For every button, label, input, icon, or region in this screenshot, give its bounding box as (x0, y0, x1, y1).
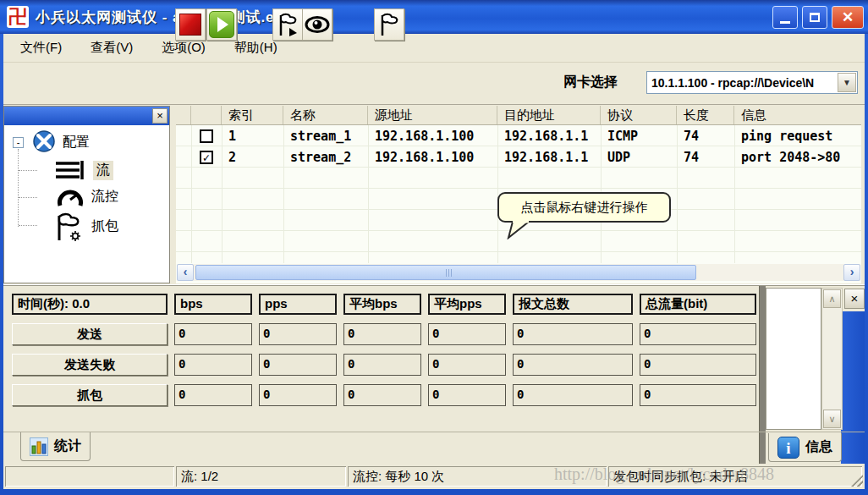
stats-header-row: 时间(秒): 0.0 bps pps 平均bps 平均pps 报文总数 总流量(… (12, 294, 756, 315)
cell-dst: 192.168.1.1 (497, 150, 601, 165)
stat-value: 0 (428, 384, 506, 406)
tab-statistics[interactable]: 统计 (20, 432, 91, 461)
start-capture-button[interactable] (272, 8, 303, 41)
menu-file[interactable]: 文件(F) (8, 36, 74, 59)
eye-icon (305, 15, 330, 34)
cell-len: 74 (677, 129, 734, 144)
play-icon (209, 11, 234, 38)
tab-info[interactable]: i 信息 (768, 433, 842, 462)
stat-value: 0 (174, 354, 252, 376)
stat-value: 0 (640, 384, 756, 406)
capture-flag-icon (377, 12, 401, 37)
stat-value: 0 (513, 384, 633, 406)
table-row[interactable]: 1 stream_1 192.168.1.100 192.168.1.1 ICM… (176, 125, 861, 146)
tree-item-stream[interactable]: 流 (93, 161, 113, 180)
start-button[interactable] (206, 8, 237, 41)
stat-value: 0 (640, 354, 756, 376)
cell-src: 192.168.1.100 (368, 150, 497, 165)
status-empty (5, 466, 174, 487)
stat-value: 0 (428, 354, 506, 376)
header-src[interactable]: 源地址 (368, 106, 497, 124)
send-button[interactable]: 发送 (12, 323, 168, 345)
header-len[interactable]: 长度 (677, 106, 734, 124)
nic-select-label: 网卡选择 (563, 74, 618, 91)
scroll-right-icon[interactable]: › (843, 264, 860, 281)
header-checkbox (191, 106, 222, 124)
col-avg-bps: 平均bps (343, 294, 421, 315)
cell-proto: ICMP (601, 129, 677, 144)
stat-value: 0 (259, 354, 337, 376)
cell-info: ping request (734, 129, 861, 144)
config-tree-panel: × (3, 106, 170, 283)
info-list[interactable] (766, 288, 821, 430)
cell-proto: UDP (601, 150, 677, 165)
capture-row-button[interactable]: 抓包 (12, 384, 168, 406)
nic-select-dropdown[interactable]: 10.1.1.100 - rpcap://\Device\N ▼ (646, 71, 858, 94)
app-logo-icon: 卍 (7, 6, 29, 28)
cell-src: 192.168.1.100 (368, 129, 497, 144)
vertical-scrollbar[interactable]: ∧ ∨ (821, 288, 843, 430)
tab-info-label: 信息 (805, 438, 832, 456)
stop-icon (179, 14, 201, 36)
stream-table-header: 索引 名称 源地址 目的地址 协议 长度 信息 (176, 106, 861, 125)
tree-panel-titlebar (4, 107, 169, 125)
tooltip-bubble: 点击鼠标右键进行操作 (497, 192, 671, 223)
stream-icon (54, 160, 86, 180)
chevron-down-icon[interactable]: ▼ (838, 73, 856, 92)
scroll-left-icon[interactable]: ‹ (177, 264, 194, 281)
scroll-down-icon[interactable]: ∨ (823, 410, 841, 428)
minimize-icon (780, 21, 790, 24)
stat-value: 0 (343, 354, 421, 376)
send-fail-button[interactable]: 发送失败 (12, 354, 168, 376)
status-bar: 流: 1/2 流控: 每秒 10 次 发包时同步抓包: 未开启 (3, 464, 865, 489)
cell-len: 74 (677, 150, 734, 165)
flow-control-icon (56, 185, 85, 211)
stat-value: 0 (259, 384, 337, 406)
stat-value: 0 (343, 384, 421, 406)
maximize-button[interactable] (802, 6, 827, 29)
tree-connector (19, 170, 37, 171)
tree-item-capture[interactable]: 抓包 (91, 217, 118, 235)
header-dst[interactable]: 目的地址 (497, 106, 601, 124)
status-flow-control: 流控: 每秒 10 次 (348, 466, 607, 487)
scrollbar-thumb[interactable] (195, 265, 696, 280)
window-title: 小兵以太网测试仪 - abc项目测试.etc (36, 8, 289, 27)
header-proto[interactable]: 协议 (601, 106, 677, 124)
time-label: 时间(秒): 0.0 (12, 294, 168, 315)
nic-select-value: 10.1.1.100 - rpcap://\Device\N (647, 76, 838, 90)
sun-icon (70, 231, 80, 241)
stats-panel-close-button[interactable]: × (844, 289, 865, 309)
minimize-button[interactable] (772, 6, 798, 29)
header-name[interactable]: 名称 (283, 106, 368, 124)
stat-value: 0 (174, 323, 252, 345)
tree-item-config[interactable]: 配置 (63, 134, 90, 151)
menu-view[interactable]: 查看(V) (79, 36, 145, 59)
tab-statistics-label: 统计 (54, 437, 81, 455)
stat-value: 0 (259, 323, 337, 345)
col-total-packets: 报文总数 (513, 294, 633, 315)
tree-panel-close-button[interactable]: × (152, 108, 168, 124)
close-button[interactable]: ✕ (832, 6, 864, 29)
table-row[interactable]: ✓ 2 stream_2 192.168.1.100 192.168.1.1 U… (176, 146, 861, 168)
tree-item-flow-control[interactable]: 流控 (91, 188, 118, 206)
header-index[interactable]: 索引 (222, 106, 283, 124)
capture-button[interactable] (374, 8, 404, 41)
capture-tree-icon (52, 212, 86, 244)
stat-value: 0 (174, 384, 252, 406)
tree-collapse-toggle[interactable]: - (13, 137, 24, 148)
scroll-up-icon[interactable]: ∧ (823, 289, 841, 308)
header-info[interactable]: 信息 (734, 106, 861, 124)
cell-dst: 192.168.1.1 (497, 129, 601, 144)
stat-value: 0 (343, 323, 421, 345)
view-button[interactable] (302, 8, 332, 41)
stop-button[interactable] (175, 8, 206, 41)
tooltip-tail (506, 221, 530, 239)
tree-connector (18, 149, 19, 227)
app-window: 卍 小兵以太网测试仪 - abc项目测试.etc ✕ 文件(F) 查看(V) 选… (0, 0, 868, 495)
row-checkbox[interactable]: ✓ (200, 151, 213, 164)
cell-info: port 2048->80 (734, 150, 861, 165)
horizontal-scrollbar[interactable]: ‹ › (177, 264, 860, 281)
col-bps: bps (174, 294, 252, 315)
row-checkbox[interactable] (200, 129, 213, 143)
stats-row-send-fail: 发送失败 0 0 0 0 0 0 (12, 354, 756, 376)
